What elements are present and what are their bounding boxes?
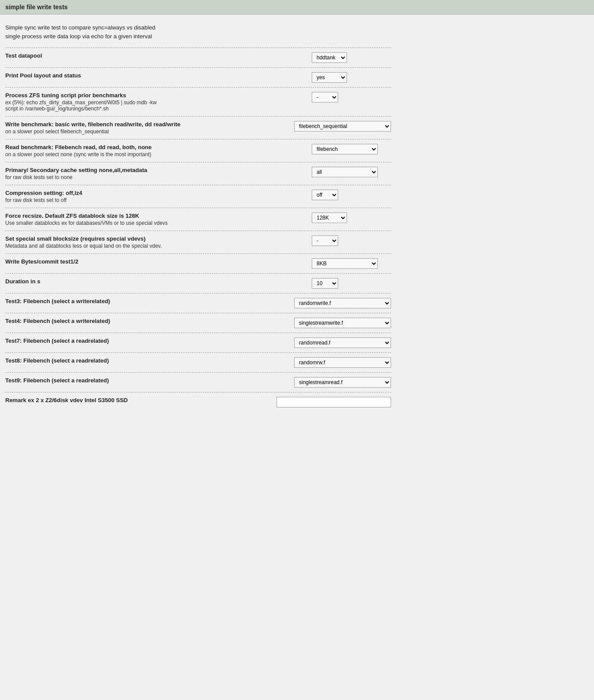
- row-print-pool-layout: Print Pool layout and statusyesno: [5, 67, 391, 87]
- label-main-print-pool-layout: Print Pool layout and status: [5, 72, 303, 79]
- select-test8-filebench[interactable]: randomrw.frandomread.fsinglestreamread.f: [294, 357, 391, 368]
- row-label-primary-secondary-cache: Primary/ Secondary cache setting none,al…: [5, 167, 312, 180]
- row-test4-filebench: Test4: Filebench (select a writerelated)…: [5, 313, 391, 333]
- content-area: Simple sync write test to compare sync=a…: [0, 15, 396, 421]
- label-sub-force-recsize: Use smaller datablocks ex for databases/…: [5, 220, 303, 226]
- row-label-test4-filebench: Test4: Filebench (select a writerelated): [5, 318, 294, 324]
- row-control-remark: [277, 397, 391, 407]
- row-label-remark: Remark ex 2 x Z2/6disk vdev Intel S3500 …: [5, 397, 277, 403]
- row-label-test8-filebench: Test8: Filebench (select a readrelated): [5, 357, 294, 364]
- row-control-write-benchmark: filebench_sequentialbasic writedd read/w…: [294, 121, 391, 132]
- label-sub-write-benchmark: on a slower pool select filebench_sequen…: [5, 128, 285, 135]
- rows-container: Test datapoolhddtankPrint Pool layout an…: [5, 48, 391, 412]
- label-main-test4-filebench: Test4: Filebench (select a writerelated): [5, 318, 285, 324]
- select-force-recsize[interactable]: 128K64K32K16K8K4K: [312, 213, 347, 223]
- label-main-compression-setting: Compression setting: off,lz4: [5, 190, 303, 196]
- row-label-write-benchmark: Write benchmark: basic write, filebench …: [5, 121, 294, 135]
- select-process-zfs-tuning[interactable]: -: [312, 92, 338, 103]
- row-label-duration: Duration in s: [5, 278, 312, 285]
- select-compression-setting[interactable]: offlz4: [312, 190, 338, 200]
- row-control-primary-secondary-cache: allnonemetadata: [312, 167, 391, 177]
- row-label-compression-setting: Compression setting: off,lz4for raw disk…: [5, 190, 312, 203]
- select-special-small-blocksize[interactable]: -4K8K16K32K64K: [312, 235, 338, 246]
- row-label-special-small-blocksize: Set special small blocksize (requires sp…: [5, 235, 312, 249]
- row-control-test8-filebench: randomrw.frandomread.fsinglestreamread.f: [294, 357, 391, 368]
- row-label-print-pool-layout: Print Pool layout and status: [5, 72, 312, 79]
- label-main-test3-filebench: Test3: Filebench (select a writerelated): [5, 298, 285, 304]
- row-control-compression-setting: offlz4: [312, 190, 391, 200]
- row-test3-filebench: Test3: Filebench (select a writerelated)…: [5, 293, 391, 313]
- page-title: simple file write tests: [5, 4, 68, 11]
- row-label-process-zfs-tuning: Process ZFS tuning script prior benchmar…: [5, 92, 312, 112]
- row-process-zfs-tuning: Process ZFS tuning script prior benchmar…: [5, 87, 391, 116]
- row-label-test9-filebench: Test9: Filebench (select a readrelated): [5, 377, 294, 384]
- row-write-bytes-commit: Write Bytes/commit test1/28KB4KB16KB32KB…: [5, 253, 391, 273]
- label-main-write-bytes-commit: Write Bytes/commit test1/2: [5, 258, 303, 265]
- row-label-read-benchmark: Read benchmark: Filebench read, dd read,…: [5, 144, 312, 158]
- row-compression-setting: Compression setting: off,lz4for raw disk…: [5, 185, 391, 208]
- label-sub-primary-secondary-cache: for raw disk tests set to none: [5, 174, 303, 180]
- row-primary-secondary-cache: Primary/ Secondary cache setting none,al…: [5, 162, 391, 185]
- row-label-test-datapool: Test datapool: [5, 52, 312, 59]
- row-force-recsize: Force recsize. Default ZFS datablock siz…: [5, 208, 391, 231]
- description-line1: Simple sync write test to compare sync=a…: [5, 23, 391, 32]
- input-remark[interactable]: [277, 397, 391, 407]
- row-control-process-zfs-tuning: -: [312, 92, 391, 103]
- row-label-test3-filebench: Test3: Filebench (select a writerelated): [5, 298, 294, 304]
- row-control-write-bytes-commit: 8KB4KB16KB32KB64KB128KB: [312, 258, 391, 269]
- row-label-force-recsize: Force recsize. Default ZFS datablock siz…: [5, 213, 312, 226]
- row-label-test7-filebench: Test7: Filebench (select a readrelated): [5, 337, 294, 344]
- select-test7-filebench[interactable]: randomread.fsinglestreamread.frandomrw.f: [294, 337, 391, 348]
- select-print-pool-layout[interactable]: yesno: [312, 72, 347, 83]
- description: Simple sync write test to compare sync=a…: [5, 23, 391, 40]
- label-main-force-recsize: Force recsize. Default ZFS datablock siz…: [5, 213, 303, 219]
- label-sub-compression-setting: for raw disk tests set to off: [5, 197, 303, 203]
- row-control-test7-filebench: randomread.fsinglestreamread.frandomrw.f: [294, 337, 391, 348]
- row-read-benchmark: Read benchmark: Filebench read, dd read,…: [5, 139, 391, 162]
- row-remark: Remark ex 2 x Z2/6disk vdev Intel S3500 …: [5, 392, 391, 412]
- row-control-test4-filebench: singlestreamwrite.frandomwrite.fvarmail.…: [294, 318, 391, 328]
- row-control-test-datapool: hddtank: [312, 52, 391, 63]
- label-main-test8-filebench: Test8: Filebench (select a readrelated): [5, 357, 285, 364]
- select-duration[interactable]: 10203060120: [312, 278, 338, 289]
- page-header: simple file write tests: [0, 0, 594, 15]
- label-main-primary-secondary-cache: Primary/ Secondary cache setting none,al…: [5, 167, 303, 173]
- row-test7-filebench: Test7: Filebench (select a readrelated)r…: [5, 333, 391, 352]
- label-main-remark: Remark ex 2 x Z2/6disk vdev Intel S3500 …: [5, 397, 268, 403]
- row-duration: Duration in s10203060120: [5, 273, 391, 293]
- select-write-bytes-commit[interactable]: 8KB4KB16KB32KB64KB128KB: [312, 258, 378, 269]
- row-control-read-benchmark: filebenchdd readbothnone: [312, 144, 391, 154]
- row-test-datapool: Test datapoolhddtank: [5, 48, 391, 67]
- label-main-process-zfs-tuning: Process ZFS tuning script prior benchmar…: [5, 92, 303, 99]
- select-test-datapool[interactable]: hddtank: [312, 52, 347, 63]
- select-test4-filebench[interactable]: singlestreamwrite.frandomwrite.fvarmail.…: [294, 318, 391, 328]
- row-write-benchmark: Write benchmark: basic write, filebench …: [5, 116, 391, 139]
- label-sub-special-small-blocksize: Metadata and all datablocks less or equa…: [5, 243, 303, 249]
- row-test9-filebench: Test9: Filebench (select a readrelated)s…: [5, 372, 391, 392]
- label-sub-process-zfs-tuning: ex (5%): echo zfs_dirty_data_max_percent…: [5, 99, 303, 112]
- row-control-test9-filebench: singlestreamread.frandomread.frandomrw.f: [294, 377, 391, 388]
- select-read-benchmark[interactable]: filebenchdd readbothnone: [312, 144, 378, 154]
- row-control-print-pool-layout: yesno: [312, 72, 391, 83]
- row-control-special-small-blocksize: -4K8K16K32K64K: [312, 235, 391, 246]
- row-test8-filebench: Test8: Filebench (select a readrelated)r…: [5, 352, 391, 372]
- select-primary-secondary-cache[interactable]: allnonemetadata: [312, 167, 378, 177]
- label-main-duration: Duration in s: [5, 278, 303, 285]
- select-test3-filebench[interactable]: randomwrite.fsinglestreamwrite.fvarmail.…: [294, 298, 391, 308]
- label-sub-read-benchmark: on a slower pool select none (sync write…: [5, 151, 303, 158]
- label-main-write-benchmark: Write benchmark: basic write, filebench …: [5, 121, 285, 128]
- row-control-force-recsize: 128K64K32K16K8K4K: [312, 213, 391, 223]
- page-wrapper: simple file write tests Simple sync writ…: [0, 0, 594, 700]
- label-main-special-small-blocksize: Set special small blocksize (requires sp…: [5, 235, 303, 242]
- select-write-benchmark[interactable]: filebench_sequentialbasic writedd read/w…: [294, 121, 391, 132]
- row-label-write-bytes-commit: Write Bytes/commit test1/2: [5, 258, 312, 265]
- label-main-test9-filebench: Test9: Filebench (select a readrelated): [5, 377, 285, 384]
- select-test9-filebench[interactable]: singlestreamread.frandomread.frandomrw.f: [294, 377, 391, 388]
- row-special-small-blocksize: Set special small blocksize (requires sp…: [5, 231, 391, 253]
- description-line2: single process write data loop via echo …: [5, 32, 391, 41]
- label-main-read-benchmark: Read benchmark: Filebench read, dd read,…: [5, 144, 303, 150]
- row-control-test3-filebench: randomwrite.fsinglestreamwrite.fvarmail.…: [294, 298, 391, 308]
- label-main-test7-filebench: Test7: Filebench (select a readrelated): [5, 337, 285, 344]
- row-control-duration: 10203060120: [312, 278, 391, 289]
- label-main-test-datapool: Test datapool: [5, 52, 303, 59]
